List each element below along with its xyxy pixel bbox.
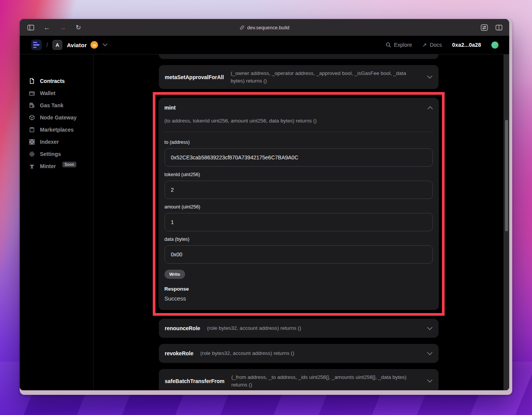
- link-icon: [239, 25, 244, 30]
- amount-input[interactable]: [165, 213, 433, 231]
- explore-label: Explore: [394, 42, 412, 48]
- explore-button[interactable]: Explore: [386, 42, 412, 48]
- chevron-down-icon[interactable]: [427, 327, 432, 330]
- scrollbar-track[interactable]: [504, 54, 509, 390]
- desktop: { "browser": { "url": "dev.sequence.buil…: [0, 0, 532, 415]
- sidebar: Contracts Wallet Gas Tank Node Gateway M…: [20, 54, 93, 390]
- function-header[interactable]: mint: [165, 105, 433, 111]
- sidebar-item-node-gateway[interactable]: Node Gateway: [20, 111, 93, 124]
- sidebar-item-label: Gas Tank: [40, 102, 63, 108]
- minter-icon: [29, 163, 35, 169]
- sidebar-item-label: Marketplaces: [40, 127, 74, 133]
- search-icon: [386, 42, 391, 48]
- sidebar-item-label: Minter: [40, 163, 56, 169]
- function-card-mint-expanded: mint (to address, tokenId uint256, amoun…: [158, 98, 439, 310]
- to-address-input[interactable]: [165, 148, 433, 167]
- split-view-icon[interactable]: [496, 25, 502, 30]
- function-row-safebatchtransferfrom[interactable]: safeBatchTransferFrom (_from address, _t…: [159, 369, 439, 390]
- function-row-revokerole[interactable]: revokeRole (role bytes32, account addres…: [159, 344, 439, 363]
- account-address[interactable]: 0xa2...0a28: [452, 42, 481, 48]
- contracts-icon: [29, 78, 35, 84]
- response-label: Response: [165, 286, 433, 292]
- gas-tank-icon: [29, 102, 35, 108]
- marketplaces-icon: [29, 127, 35, 133]
- scrollbar-thumb[interactable]: [505, 120, 508, 231]
- indexer-icon: [29, 139, 35, 145]
- function-name: renounceRole: [165, 325, 200, 331]
- function-row-partial[interactable]: [159, 54, 439, 59]
- back-icon[interactable]: ←: [44, 24, 50, 31]
- soon-badge: Soon: [62, 162, 76, 167]
- breadcrumb-slash: /: [46, 42, 48, 48]
- sequence-logo-icon[interactable]: [31, 40, 42, 50]
- account-avatar[interactable]: [491, 41, 499, 49]
- contract-functions-panel: metaSetApprovalForAll (_owner address, _…: [93, 54, 509, 390]
- sidebar-item-label: Contracts: [40, 78, 65, 84]
- sidebar-item-wallet[interactable]: Wallet: [20, 87, 93, 99]
- settings-icon: [29, 151, 35, 157]
- sidebar-item-label: Settings: [40, 151, 61, 157]
- docs-button[interactable]: ↗ Docs: [422, 42, 442, 48]
- annotation-highlight-box: mint (to address, tokenId uint256, amoun…: [153, 92, 445, 316]
- reload-icon[interactable]: ↻: [76, 24, 81, 31]
- window-content: ← → ↻ dev.sequence.build / A Avia: [20, 19, 509, 390]
- page-settings-icon[interactable]: [481, 24, 488, 31]
- field-label-data: data (bytes): [165, 237, 433, 242]
- forward-icon[interactable]: →: [60, 24, 66, 31]
- chevron-down-icon[interactable]: [427, 75, 432, 79]
- network-badge-icon: ∞: [90, 41, 98, 49]
- function-signature: (_from address, _to address, _ids uint25…: [231, 374, 420, 388]
- app-body: Contracts Wallet Gas Tank Node Gateway M…: [20, 54, 509, 390]
- project-switcher-chevron-icon[interactable]: [103, 43, 108, 46]
- project-avatar[interactable]: A: [52, 40, 62, 50]
- sidebar-item-indexer[interactable]: Indexer: [20, 136, 93, 148]
- sidebar-item-minter[interactable]: Minter Soon: [20, 160, 93, 172]
- function-name: revokeRole: [165, 350, 193, 356]
- wallet-icon: [29, 90, 35, 96]
- function-row-metasetapprovalforall[interactable]: metaSetApprovalForAll (_owner address, _…: [159, 65, 439, 89]
- sidebar-item-marketplaces[interactable]: Marketplaces: [20, 124, 93, 136]
- field-label-amount: amount (uint256): [165, 204, 433, 210]
- url-text: dev.sequence.build: [247, 25, 289, 30]
- field-label-tokenid: tokenId (uint256): [165, 172, 433, 177]
- project-name: Aviator: [67, 42, 87, 48]
- sidebar-toggle-icon[interactable]: [27, 25, 34, 30]
- node-gateway-icon: [29, 114, 35, 121]
- divider: [165, 132, 433, 132]
- function-signature: (to address, tokenId uint256, amount uin…: [165, 118, 433, 124]
- function-signature: (role bytes32, account address) returns …: [207, 324, 301, 332]
- write-button[interactable]: Write: [165, 270, 185, 279]
- function-name: safeBatchTransferFrom: [165, 378, 225, 384]
- sidebar-item-settings[interactable]: Settings: [20, 148, 93, 160]
- function-list: metaSetApprovalForAll (_owner address, _…: [159, 54, 439, 390]
- sidebar-item-gas-tank[interactable]: Gas Tank: [20, 99, 93, 111]
- function-signature: (role bytes32, account address) returns …: [200, 350, 294, 357]
- function-name: metaSetApprovalForAll: [165, 74, 224, 80]
- sidebar-item-contracts[interactable]: Contracts: [20, 75, 93, 87]
- external-arrow-icon: ↗: [422, 42, 427, 48]
- sidebar-item-label: Indexer: [40, 139, 59, 145]
- sidebar-item-label: Wallet: [40, 90, 55, 96]
- chevron-up-icon[interactable]: [428, 106, 433, 110]
- sidebar-item-label: Node Gateway: [40, 114, 76, 121]
- address-bar[interactable]: dev.sequence.build: [239, 19, 289, 36]
- tokenid-input[interactable]: [165, 181, 433, 199]
- browser-window: ← → ↻ dev.sequence.build / A Avia: [20, 19, 512, 395]
- app-header: / A Aviator ∞ Explore ↗ Docs 0xa2...0a28: [20, 36, 509, 54]
- browser-toolbar: ← → ↻ dev.sequence.build: [20, 19, 509, 36]
- data-bytes-input[interactable]: [165, 245, 433, 264]
- chevron-down-icon[interactable]: [427, 352, 432, 355]
- chevron-down-icon[interactable]: [427, 379, 432, 383]
- docs-label: Docs: [430, 42, 442, 48]
- function-row-renouncerole[interactable]: renounceRole (role bytes32, account addr…: [159, 319, 439, 338]
- function-name: mint: [165, 105, 176, 111]
- response-value: Success: [165, 295, 433, 302]
- function-signature: (_owner address, _operator address, _app…: [231, 70, 420, 84]
- field-label-to: to (address): [165, 140, 433, 145]
